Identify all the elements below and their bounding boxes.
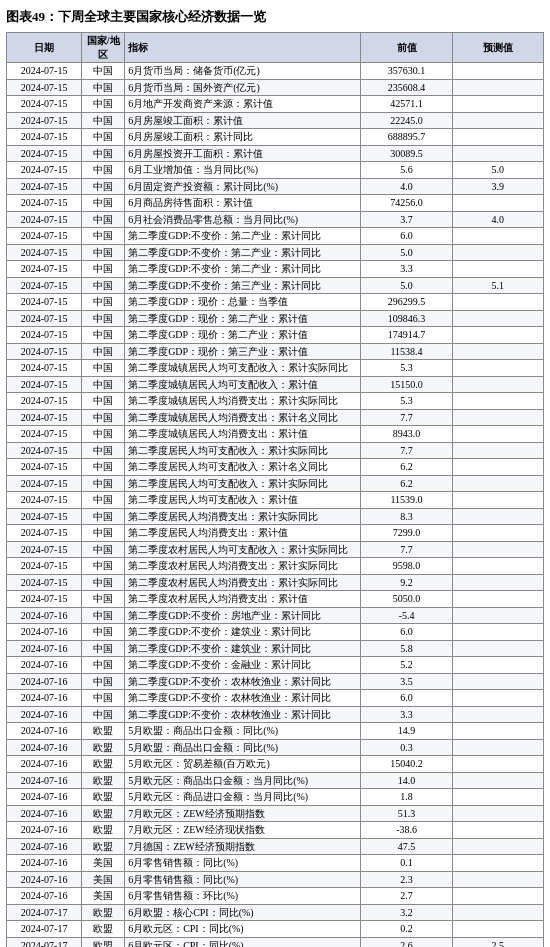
table-cell: 第二季度GDP:不变价：建筑业：累计同比: [125, 624, 361, 641]
table-cell: [452, 310, 543, 327]
table-cell: 中国: [82, 211, 125, 228]
table-cell: 中国: [82, 690, 125, 707]
table-row: 2024-07-15中国第二季度GDP:不变价：第二产业：累计同比5.0: [7, 244, 544, 261]
table-cell: 8943.0: [361, 426, 452, 443]
table-row: 2024-07-15中国6月货币当局：储备货币(亿元)357630.1: [7, 63, 544, 80]
table-cell: [452, 558, 543, 575]
table-cell: 欧盟: [82, 756, 125, 773]
table-cell: 0.1: [361, 855, 452, 872]
table-cell: 欧盟: [82, 772, 125, 789]
table-row: 2024-07-16中国第二季度GDP:不变价：金融业：累计同比5.2: [7, 657, 544, 674]
table-cell: 中国: [82, 640, 125, 657]
table-cell: 中国: [82, 294, 125, 311]
table-cell: 30089.5: [361, 145, 452, 162]
table-row: 2024-07-15中国6月地产开发商资产来源：累计值42571.1: [7, 96, 544, 113]
table-row: 2024-07-17欧盟6月欧元区：CPI：同比(%)0.2: [7, 921, 544, 938]
table-row: 2024-07-15中国第二季度GDP:不变价：第二产业：累计同比3.3: [7, 261, 544, 278]
table-cell: 9598.0: [361, 558, 452, 575]
table-cell: 51.3: [361, 805, 452, 822]
table-cell: [452, 63, 543, 80]
table-cell: 2024-07-15: [7, 508, 82, 525]
table-cell: 6.0: [361, 228, 452, 245]
header-prev: 前值: [361, 33, 452, 63]
table-cell: 2024-07-16: [7, 673, 82, 690]
table-cell: 47.5: [361, 838, 452, 855]
table-cell: 6月房屋竣工面积：累计值: [125, 112, 361, 129]
table-cell: 2024-07-15: [7, 574, 82, 591]
table-cell: 中国: [82, 442, 125, 459]
table-cell: 中国: [82, 591, 125, 608]
table-cell: 第二季度GDP:不变价：农林牧渔业：累计同比: [125, 690, 361, 707]
table-cell: 9.2: [361, 574, 452, 591]
table-cell: 6.2: [361, 459, 452, 476]
table-cell: 欧盟: [82, 723, 125, 740]
table-cell: 6月工业增加值：当月同比(%): [125, 162, 361, 179]
table-cell: [452, 376, 543, 393]
table-cell: 第二季度GDP:不变价：第三产业：累计同比: [125, 277, 361, 294]
table-cell: [452, 904, 543, 921]
table-cell: 中国: [82, 376, 125, 393]
table-cell: 2024-07-16: [7, 838, 82, 855]
table-cell: 2024-07-15: [7, 525, 82, 542]
table-cell: [452, 129, 543, 146]
table-cell: 第二季度居民人均消费支出：累计值: [125, 525, 361, 542]
table-cell: [452, 541, 543, 558]
table-cell: 6.0: [361, 624, 452, 641]
table-cell: 4.0: [361, 178, 452, 195]
table-row: 2024-07-15中国第二季度居民人均可支配收入：累计实际同比7.7: [7, 442, 544, 459]
table-cell: [452, 739, 543, 756]
table-cell: 第二季度农村居民人均消费支出：累计实际同比: [125, 574, 361, 591]
table-cell: 中国: [82, 343, 125, 360]
table-cell: 中国: [82, 277, 125, 294]
table-cell: 3.5: [361, 673, 452, 690]
table-cell: 2024-07-15: [7, 277, 82, 294]
table-row: 2024-07-15中国第二季度GDP：现价：总量：当季值296299.5: [7, 294, 544, 311]
table-cell: 8.3: [361, 508, 452, 525]
header-forecast: 预测值: [452, 33, 543, 63]
table-row: 2024-07-15中国6月房屋投资开工面积：累计值30089.5: [7, 145, 544, 162]
table-cell: 296299.5: [361, 294, 452, 311]
table-cell: 第二季度GDP：现价：总量：当季值: [125, 294, 361, 311]
table-cell: 2024-07-16: [7, 805, 82, 822]
table-row: 2024-07-15中国第二季度居民人均可支配收入：累计值11539.0: [7, 492, 544, 509]
table-cell: 5.0: [452, 162, 543, 179]
table-cell: 中国: [82, 244, 125, 261]
table-cell: 235608.4: [361, 79, 452, 96]
table-row: 2024-07-15中国6月货币当局：国外资产(亿元)235608.4: [7, 79, 544, 96]
table-row: 2024-07-15中国第二季度城镇居民人均可支配收入：累计值15150.0: [7, 376, 544, 393]
table-body: 2024-07-15中国6月货币当局：储备货币(亿元)357630.12024-…: [7, 63, 544, 948]
table-cell: 2024-07-16: [7, 657, 82, 674]
table-cell: 中国: [82, 112, 125, 129]
table-cell: 2024-07-17: [7, 904, 82, 921]
table-cell: [452, 327, 543, 344]
table-cell: 3.2: [361, 904, 452, 921]
table-cell: 5.8: [361, 640, 452, 657]
table-cell: 5.0: [361, 244, 452, 261]
table-cell: 第二季度居民人均消费支出：累计实际同比: [125, 508, 361, 525]
table-cell: 中国: [82, 129, 125, 146]
table-cell: [452, 492, 543, 509]
table-cell: 2024-07-15: [7, 228, 82, 245]
table-cell: 5月欧盟：商品出口金额：同比(%): [125, 739, 361, 756]
table-cell: 6.0: [361, 690, 452, 707]
table-cell: 2.3: [361, 871, 452, 888]
table-row: 2024-07-16中国第二季度GDP:不变价：房地产业：累计同比-5.4: [7, 607, 544, 624]
table-cell: 第二季度GDP:不变价：农林牧渔业：累计同比: [125, 706, 361, 723]
table-cell: 3.9: [452, 178, 543, 195]
table-row: 2024-07-15中国第二季度农村居民人均可支配收入：累计实际同比7.7: [7, 541, 544, 558]
table-cell: 中国: [82, 657, 125, 674]
table-cell: -38.6: [361, 822, 452, 839]
table-cell: 中国: [82, 624, 125, 641]
table-cell: 109846.3: [361, 310, 452, 327]
table-cell: 中国: [82, 541, 125, 558]
table-cell: 2024-07-15: [7, 376, 82, 393]
table-row: 2024-07-15中国第二季度GDP:不变价：第二产业：累计同比6.0: [7, 228, 544, 245]
table-cell: 第二季度城镇居民人均消费支出：累计名义同比: [125, 409, 361, 426]
table-cell: 2024-07-15: [7, 63, 82, 80]
table-cell: 5月欧元区：商品出口金额：当月同比(%): [125, 772, 361, 789]
table-row: 2024-07-15中国第二季度居民人均消费支出：累计实际同比8.3: [7, 508, 544, 525]
table-cell: 6月零售销售额：环比(%): [125, 888, 361, 905]
table-cell: [452, 706, 543, 723]
table-cell: [452, 79, 543, 96]
table-cell: 中国: [82, 327, 125, 344]
